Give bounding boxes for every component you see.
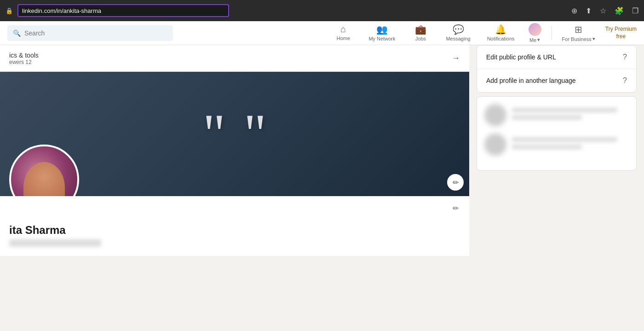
nav-item-jobs[interactable]: 💼 Jobs <box>404 21 437 45</box>
browser-action-icons: ⊕ ⬆ ☆ 🧩 ❐ <box>571 6 638 15</box>
notifications-icon: 🔔 <box>495 24 506 35</box>
edit-public-profile-label: Edit public profile & URL <box>486 53 556 61</box>
analytics-strip[interactable]: ics & tools ewers 12 → <box>0 45 469 72</box>
help-icon-2[interactable]: ? <box>623 76 627 85</box>
url-bar[interactable]: linkedin.com/in/ankita-sharma <box>17 4 229 17</box>
suggestion-row-1 <box>484 104 629 126</box>
right-sidebar: Edit public profile & URL ? Add profile … <box>469 45 644 331</box>
help-icon-1[interactable]: ? <box>623 53 627 61</box>
linkedin-navbar: 🔍 ⌂ Home 👥 My Network 💼 Jobs 💬 Messaging… <box>0 21 644 45</box>
nav-item-me[interactable]: Me ▾ <box>524 21 546 45</box>
me-avatar <box>529 23 541 36</box>
banner-pencil-icon: ✏ <box>453 178 459 187</box>
profile-pencil-icon: ✏ <box>453 204 459 213</box>
suggestion-avatar-1 <box>484 104 506 126</box>
nav-home-label: Home <box>337 35 350 41</box>
profile-url-card: Edit public profile & URL ? Add profile … <box>477 45 637 93</box>
extension-icon[interactable]: 🧩 <box>615 6 624 15</box>
nav-network-label: My Network <box>368 36 395 41</box>
banner-decoration: " " <box>203 106 266 162</box>
nav-jobs-label: Jobs <box>415 36 426 41</box>
messaging-icon: 💬 <box>453 24 464 35</box>
zoom-icon[interactable]: ⊕ <box>571 6 577 15</box>
profile-subtitle-blurred <box>9 239 101 247</box>
suggestion-row-2 <box>484 134 629 156</box>
me-label: Me ▾ <box>529 37 540 43</box>
suggestion-line-2a <box>512 137 617 142</box>
banner-edit-button[interactable]: ✏ <box>447 174 464 191</box>
suggestion-text-2 <box>512 137 629 152</box>
share-icon[interactable]: ⬆ <box>586 6 592 15</box>
left-panel: ics & tools ewers 12 → " " ✏ <box>0 45 469 331</box>
star-icon[interactable]: ☆ <box>600 6 606 15</box>
suggestion-avatar-2 <box>484 134 506 156</box>
quote-mark-right: " <box>244 106 266 162</box>
nav-divider <box>552 26 552 40</box>
grid-icon: ⊞ <box>575 24 582 35</box>
nav-for-business[interactable]: ⊞ For Business ▾ <box>558 21 600 45</box>
nav-items: ⌂ Home 👥 My Network 💼 Jobs 💬 Messaging 🔔… <box>327 21 637 45</box>
lock-icon: 🔒 <box>6 7 13 14</box>
analytics-title: ics & tools <box>9 52 39 59</box>
jobs-icon: 💼 <box>415 24 426 35</box>
add-language-item[interactable]: Add profile in another language ? <box>477 69 636 92</box>
add-language-label: Add profile in another language <box>486 77 576 84</box>
suggestion-line-2b <box>512 145 582 149</box>
search-area[interactable]: 🔍 <box>7 25 173 41</box>
nav-item-notifications[interactable]: 🔔 Notifications <box>480 21 522 45</box>
quote-mark-left: " <box>203 106 225 162</box>
nav-item-my-network[interactable]: 👥 My Network <box>361 21 402 45</box>
profile-edit-button[interactable]: ✏ <box>447 200 464 216</box>
nav-messaging-label: Messaging <box>446 36 470 41</box>
try-premium-link[interactable]: Try Premium free <box>605 26 637 40</box>
main-layout: ics & tools ewers 12 → " " ✏ <box>0 45 644 331</box>
suggestion-line-1a <box>512 108 617 112</box>
window-icon[interactable]: ❐ <box>632 6 638 15</box>
nav-item-home[interactable]: ⌂ Home <box>327 21 359 45</box>
suggestion-text-1 <box>512 108 629 122</box>
search-input[interactable] <box>24 29 167 37</box>
analytics-subtitle: ewers 12 <box>9 59 39 65</box>
browser-chrome: 🔒 linkedin.com/in/ankita-sharma ⊕ ⬆ ☆ 🧩 … <box>0 0 644 21</box>
home-icon: ⌂ <box>340 24 346 35</box>
profile-name: ita Sharma <box>9 224 460 237</box>
analytics-info: ics & tools ewers 12 <box>9 52 39 65</box>
analytics-arrow-icon: → <box>452 53 460 63</box>
nav-notifications-label: Notifications <box>487 36 515 41</box>
suggestion-card <box>477 96 637 171</box>
search-icon: 🔍 <box>13 29 21 37</box>
profile-card: " " ✏ ita Sharma ✏ <box>0 72 469 256</box>
edit-public-profile-item[interactable]: Edit public profile & URL ? <box>477 46 636 69</box>
url-text: linkedin.com/in/ankita-sharma <box>22 7 101 14</box>
for-business-label: For Business ▾ <box>562 36 595 42</box>
suggestion-line-1b <box>512 115 582 120</box>
my-network-icon: 👥 <box>376 24 388 35</box>
nav-item-messaging[interactable]: 💬 Messaging <box>438 21 477 45</box>
profile-info-area: ita Sharma ✏ <box>0 196 469 256</box>
